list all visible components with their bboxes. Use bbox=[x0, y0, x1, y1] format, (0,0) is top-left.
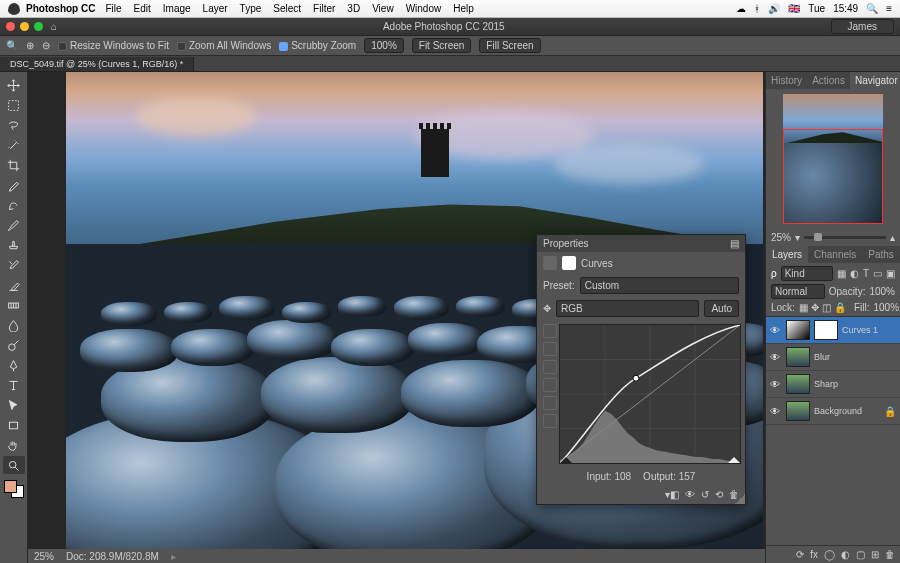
navigator-thumbnail[interactable] bbox=[783, 94, 883, 224]
menu-layer[interactable]: Layer bbox=[203, 3, 228, 14]
properties-panel[interactable]: Properties ▤ Curves Preset: Custom ✥ RGB… bbox=[536, 234, 746, 505]
nav-zoom-in-icon[interactable]: ▴ bbox=[890, 232, 895, 243]
filter-shape-icon[interactable]: ▭ bbox=[873, 268, 882, 279]
layer-row[interactable]: 👁 Curves 1 bbox=[766, 317, 900, 344]
clip-to-layer-icon[interactable]: ▾◧ bbox=[665, 489, 679, 500]
tab-channels[interactable]: Channels bbox=[808, 246, 862, 263]
filter-smart-icon[interactable]: ▣ bbox=[886, 268, 895, 279]
layer-kind-filter[interactable]: Kind bbox=[781, 266, 833, 281]
magic-wand-tool[interactable] bbox=[3, 136, 25, 154]
add-mask-icon[interactable]: ◯ bbox=[824, 549, 835, 560]
menu-view[interactable]: View bbox=[372, 3, 394, 14]
status-doc-size[interactable]: Doc: 208.9M/820.8M bbox=[66, 551, 159, 562]
white-point-slider[interactable] bbox=[728, 457, 740, 463]
lock-pixels-icon[interactable]: ▦ bbox=[799, 302, 808, 313]
curves-graph[interactable] bbox=[559, 324, 741, 464]
menu-3d[interactable]: 3D bbox=[347, 3, 360, 14]
lock-artboard-icon[interactable]: ◫ bbox=[822, 302, 831, 313]
nav-zoom-out-icon[interactable]: ▾ bbox=[795, 232, 800, 243]
fit-screen-button[interactable]: Fit Screen bbox=[412, 38, 472, 53]
path-selection-tool[interactable] bbox=[3, 396, 25, 414]
menu-image[interactable]: Image bbox=[163, 3, 191, 14]
menu-file[interactable]: File bbox=[105, 3, 121, 14]
filter-type-icon[interactable]: T bbox=[863, 268, 869, 279]
opt-resize-windows[interactable]: Resize Windows to Fit bbox=[58, 40, 169, 51]
visibility-toggle-icon[interactable]: 👁 bbox=[770, 379, 782, 390]
targeted-adjustment-icon[interactable]: ✥ bbox=[543, 303, 551, 314]
window-zoom-button[interactable] bbox=[34, 22, 43, 31]
layer-row[interactable]: 👁 Sharp bbox=[766, 371, 900, 398]
curve-pencil-tool-icon[interactable] bbox=[543, 342, 557, 356]
menu-type[interactable]: Type bbox=[240, 3, 262, 14]
white-point-eyedropper-icon[interactable] bbox=[543, 414, 557, 428]
input-value[interactable]: 108 bbox=[614, 471, 631, 482]
pen-tool[interactable] bbox=[3, 356, 25, 374]
visibility-toggle-icon[interactable]: 👁 bbox=[770, 406, 782, 417]
nav-zoom-value[interactable]: 25% bbox=[771, 232, 791, 243]
curve-smooth-icon[interactable] bbox=[543, 360, 557, 374]
opacity-value[interactable]: 100% bbox=[869, 286, 895, 297]
bluetooth-icon[interactable]: ᚼ bbox=[754, 3, 760, 14]
toggle-visibility-icon[interactable]: 👁 bbox=[685, 489, 695, 500]
document-tab[interactable]: DSC_5049.tif @ 25% (Curves 1, RGB/16) * bbox=[0, 57, 194, 71]
visibility-toggle-icon[interactable]: 👁 bbox=[770, 325, 782, 336]
gray-point-eyedropper-icon[interactable] bbox=[543, 396, 557, 410]
volume-icon[interactable]: 🔊 bbox=[768, 3, 780, 14]
cloud-icon[interactable]: ☁ bbox=[736, 3, 746, 14]
lasso-tool[interactable] bbox=[3, 116, 25, 134]
move-tool[interactable] bbox=[3, 76, 25, 94]
filter-pixel-icon[interactable]: ▦ bbox=[837, 268, 846, 279]
tab-navigator[interactable]: Navigator bbox=[850, 72, 900, 89]
color-swatches[interactable] bbox=[4, 480, 24, 498]
preset-select[interactable]: Custom bbox=[580, 277, 739, 294]
new-group-icon[interactable]: ▢ bbox=[856, 549, 865, 560]
layer-row[interactable]: 👁 Blur bbox=[766, 344, 900, 371]
lock-all-icon[interactable]: 🔒 bbox=[834, 302, 846, 313]
window-minimize-button[interactable] bbox=[20, 22, 29, 31]
layer-name[interactable]: Background bbox=[814, 406, 862, 416]
type-tool[interactable] bbox=[3, 376, 25, 394]
filter-adj-icon[interactable]: ◐ bbox=[850, 268, 859, 279]
app-name[interactable]: Photoshop CC bbox=[26, 3, 95, 14]
menu-select[interactable]: Select bbox=[273, 3, 301, 14]
layer-name[interactable]: Sharp bbox=[814, 379, 838, 389]
auto-button[interactable]: Auto bbox=[704, 300, 739, 317]
menu-help[interactable]: Help bbox=[453, 3, 474, 14]
curve-control-point[interactable] bbox=[633, 375, 639, 381]
apple-logo-icon[interactable] bbox=[8, 3, 20, 15]
nav-zoom-slider[interactable] bbox=[804, 236, 886, 239]
eyedropper-tool[interactable] bbox=[3, 176, 25, 194]
marquee-tool[interactable] bbox=[3, 96, 25, 114]
dodge-tool[interactable] bbox=[3, 336, 25, 354]
layer-row[interactable]: 👁 Background 🔒 bbox=[766, 398, 900, 425]
workspace-switcher[interactable]: James bbox=[831, 19, 894, 34]
brush-tool[interactable] bbox=[3, 216, 25, 234]
blur-tool[interactable] bbox=[3, 316, 25, 334]
fill-value[interactable]: 100% bbox=[873, 302, 899, 313]
zoom-out-icon[interactable]: ⊖ bbox=[42, 40, 50, 51]
status-zoom[interactable]: 25% bbox=[34, 551, 54, 562]
zoom-in-icon[interactable]: ⊕ bbox=[26, 40, 34, 51]
reset-previous-icon[interactable]: ↺ bbox=[701, 489, 709, 500]
resize-handle[interactable] bbox=[735, 494, 745, 504]
delete-layer-icon[interactable]: 🗑 bbox=[885, 549, 895, 560]
layer-name[interactable]: Blur bbox=[814, 352, 830, 362]
zoom-percent-field[interactable]: 100% bbox=[364, 38, 404, 53]
tab-paths[interactable]: Paths bbox=[862, 246, 900, 263]
curve-point-tool-icon[interactable] bbox=[543, 324, 557, 338]
healing-brush-tool[interactable] bbox=[3, 196, 25, 214]
opt-scrubby-zoom[interactable]: Scrubby Zoom bbox=[279, 40, 356, 51]
reset-adjustment-icon[interactable]: ⟲ bbox=[715, 489, 723, 500]
link-layers-icon[interactable]: ⟳ bbox=[796, 549, 804, 560]
channel-select[interactable]: RGB bbox=[556, 300, 699, 317]
visibility-toggle-icon[interactable]: 👁 bbox=[770, 352, 782, 363]
new-layer-icon[interactable]: ⊞ bbox=[871, 549, 879, 560]
navigator-view-box[interactable] bbox=[783, 129, 883, 224]
menu-filter[interactable]: Filter bbox=[313, 3, 335, 14]
hand-tool[interactable] bbox=[3, 436, 25, 454]
input-flag[interactable]: 🇬🇧 bbox=[788, 3, 800, 14]
panel-menu-icon[interactable]: ▤ bbox=[730, 238, 739, 249]
zoom-tool[interactable] bbox=[3, 456, 25, 474]
clone-stamp-tool[interactable] bbox=[3, 236, 25, 254]
menu-icon[interactable]: ≡ bbox=[886, 3, 892, 14]
